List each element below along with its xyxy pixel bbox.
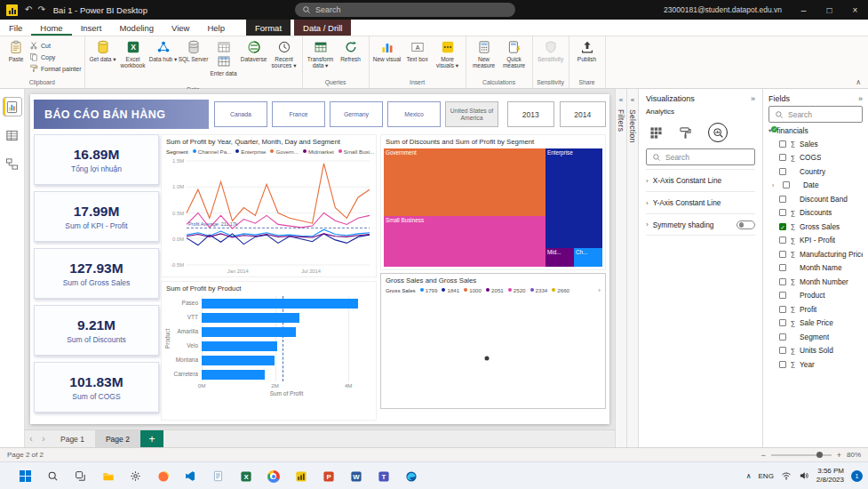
kpi-card-sum-of-kpi-profit[interactable]: 17.99MSum of KPI - Profit [34, 191, 159, 242]
legend-item-channel-pa[interactable]: Channel Pa... [193, 148, 232, 155]
slicer-button-mexico[interactable]: Mexico [387, 101, 441, 127]
close-button[interactable]: × [842, 0, 868, 20]
copy-button[interactable]: Copy [29, 52, 82, 61]
line-chart-visual[interactable]: Sum of Profit by Year, Quarter, Month, D… [161, 134, 377, 277]
symmetry-shading-toggle[interactable] [737, 220, 755, 229]
quick-measure-button[interactable]: Quick measure [499, 37, 530, 77]
bar-amarilla[interactable] [202, 327, 296, 337]
field-item-units-sold[interactable]: ∑Units Sold [768, 344, 863, 358]
get-data-button[interactable]: Get data ▾ [88, 37, 118, 84]
zoom-slider-thumb[interactable] [816, 452, 823, 458]
expand-filters-icon[interactable]: « [619, 96, 623, 104]
bar-chart-visual[interactable]: Sum of Profit by Product Product PaseoVT… [161, 281, 377, 421]
dataverse-button[interactable]: Dataverse [239, 37, 269, 84]
analytics-section-x-axis-constant-line[interactable]: ›X-Axis Constant Line [646, 169, 755, 191]
bar-velo[interactable] [202, 341, 277, 351]
treemap-visual[interactable]: Sum of Discounts and Sum of Profit by Se… [380, 134, 606, 270]
taskbar-icon-settings[interactable] [124, 465, 147, 487]
field-item-month-number[interactable]: ∑Month Number [768, 275, 863, 289]
collapse-fields-icon[interactable]: » [858, 94, 863, 103]
bar-paseo[interactable] [202, 299, 358, 309]
kpi-card-sum-of-discounts[interactable]: 9.21MSum of Discounts [34, 305, 159, 356]
publish-button[interactable]: Publish [572, 37, 602, 77]
notification-badge[interactable]: 1 [851, 470, 863, 482]
field-item-date[interactable]: ›Date [768, 179, 863, 193]
field-item-month-name[interactable]: Month Name [768, 261, 863, 276]
refresh-button[interactable]: Refresh [336, 37, 366, 77]
filters-pane-collapsed[interactable]: « Filters [615, 89, 626, 447]
data-hub-button[interactable]: Data hub ▾ [148, 37, 179, 84]
legend-item-1841[interactable]: 1841 [442, 287, 459, 293]
tab-page-2[interactable]: Page 2 [95, 430, 140, 447]
enter-data-button[interactable]: Enter data [209, 37, 239, 84]
field-item-cogs[interactable]: ∑COGS [768, 151, 863, 165]
tray-chevron-icon[interactable]: ∧ [746, 472, 752, 480]
build-visual-icon[interactable] [649, 126, 663, 140]
treemap-block-mid[interactable]: Mid... [545, 248, 574, 267]
field-item-sale-price[interactable]: ∑Sale Price [768, 317, 863, 331]
field-item-year[interactable]: ∑Year [768, 357, 863, 372]
collapse-ribbon-icon[interactable]: ∧ [856, 78, 861, 86]
field-checkbox-discount-band[interactable] [779, 196, 786, 203]
new-page-button[interactable]: + [140, 430, 163, 447]
legend-item-2660[interactable]: 2660 [552, 287, 569, 293]
field-checkbox-date[interactable] [783, 181, 790, 188]
menu-modeling[interactable]: Modeling [110, 20, 163, 36]
taskbar-icon-search[interactable] [42, 465, 64, 487]
tab-page-1[interactable]: Page 1 [50, 430, 95, 447]
expand-selection-icon[interactable]: « [631, 96, 634, 104]
legend-item-small-busi[interactable]: Small Busi... [338, 148, 374, 155]
page-nav-next-icon[interactable]: › [37, 430, 50, 447]
taskbar-icon-notepad[interactable] [207, 465, 229, 487]
treemap-block-ch[interactable]: Ch... [574, 248, 602, 267]
slicer-button-2014[interactable]: 2014 [560, 101, 607, 127]
table-financials[interactable]: ▾ ✓ financials [768, 126, 863, 135]
slicer-button-france[interactable]: France [272, 101, 325, 127]
kpi-card-t-ng-l-i-nhu-n[interactable]: 16.89MTổng lợi nhuận [34, 134, 159, 185]
recent-sources-button[interactable]: Recent sources ▾ [269, 37, 299, 84]
slicer-button-canada[interactable]: Canada [214, 101, 267, 127]
paste-button[interactable]: Paste [3, 37, 29, 77]
taskbar-icon-chrome[interactable] [262, 465, 284, 487]
analytics-section-symmetry-shading[interactable]: ›Symmetry shading [646, 213, 755, 236]
speaker-icon[interactable] [799, 470, 809, 481]
field-checkbox-country[interactable] [779, 168, 786, 175]
excel-workbook-button[interactable]: XExcel workbook [118, 37, 148, 84]
format-painter-button[interactable]: Format painter [29, 64, 82, 73]
menu-insert[interactable]: Insert [72, 20, 111, 36]
menu-view[interactable]: View [163, 20, 198, 36]
new-measure-button[interactable]: New measure [469, 37, 499, 77]
treemap-block-small-business[interactable]: Small Business [384, 216, 545, 267]
field-item-discount-band[interactable]: Discount Band [768, 192, 863, 206]
menu-data-drill[interactable]: Data / Drill [294, 20, 351, 36]
field-checkbox-cogs[interactable] [779, 154, 786, 161]
field-checkbox-sales[interactable] [779, 140, 786, 148]
taskbar-icon-start[interactable] [14, 465, 36, 487]
kpi-card-sum-of-cogs[interactable]: 101.83MSum of COGS [34, 362, 159, 413]
selection-pane-collapsed[interactable]: « Selection [626, 89, 638, 447]
menu-format[interactable]: Format [246, 20, 291, 36]
field-checkbox-units-sold[interactable] [779, 347, 786, 354]
taskbar-icon-teams[interactable]: T [372, 465, 394, 487]
taskbar-icon-firefox[interactable] [152, 465, 174, 487]
language-indicator[interactable]: ENG [759, 472, 774, 480]
clock[interactable]: 3:56 PM 2/8/2023 [816, 467, 844, 485]
minimize-button[interactable]: – [791, 0, 816, 20]
account-email[interactable]: 23000181@student.datapot.edu.vn [664, 5, 782, 14]
titlebar-search[interactable]: Search [295, 3, 515, 17]
field-checkbox-month-name[interactable] [779, 264, 786, 271]
zoom-slider[interactable] [771, 454, 832, 456]
legend-item-govern[interactable]: Govern... [270, 148, 298, 155]
zoom-in-button[interactable]: + [837, 451, 841, 460]
legend-item-midmarket[interactable]: Midmarket [303, 148, 334, 155]
wifi-icon[interactable] [781, 470, 792, 481]
chevron-right-icon[interactable]: › [772, 182, 779, 188]
field-checkbox-year[interactable] [779, 361, 786, 368]
slicer-button-germany[interactable]: Germany [330, 101, 383, 127]
taskbar-icon-power-bi[interactable] [290, 465, 312, 487]
sensitivity-button[interactable]: Sensitivity [536, 37, 566, 77]
field-checkbox-segment[interactable] [779, 333, 786, 341]
slicer-button-united-states-of-america[interactable]: United States of America [445, 101, 498, 127]
redo-icon[interactable]: ↷ [37, 5, 44, 14]
data-view-icon[interactable] [4, 126, 21, 144]
